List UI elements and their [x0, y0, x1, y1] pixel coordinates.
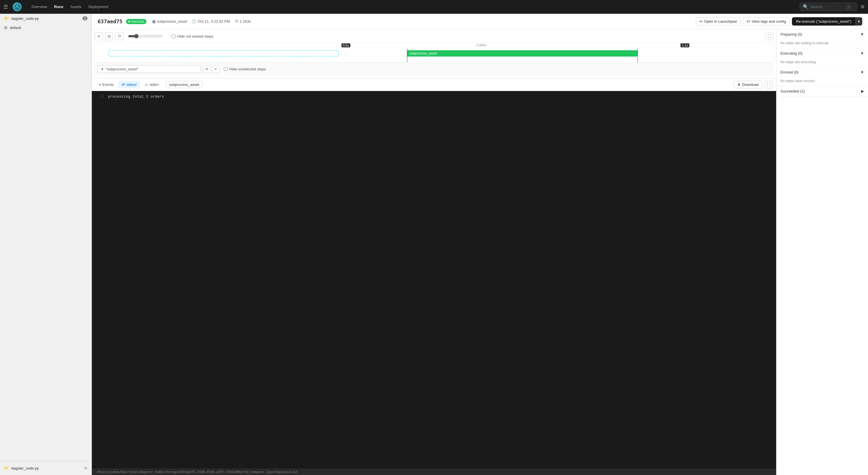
run-header-actions: ✏ Open in Launchpad 🏷 View tags and conf… — [696, 17, 862, 26]
sidebar-item-dagster-code[interactable]: 📁 dagster_code.py 1 — [0, 14, 92, 23]
step-panel: Preparing (0) ▼ No steps are waiting to … — [776, 29, 868, 475]
log-asset-badge[interactable]: subprocess_asset — [166, 81, 203, 88]
step-filter-input-box[interactable]: ✦ "subprocess_asset" — [98, 65, 201, 73]
menu-icon[interactable]: ☰ — [3, 4, 8, 10]
logo — [12, 2, 22, 11]
status-dot — [128, 21, 130, 22]
step-section-header-preparing[interactable]: Preparing (0) ▼ — [776, 29, 868, 39]
fullscreen-button[interactable]: ⛶ — [765, 32, 773, 40]
reexecute-dropdown-button[interactable]: ▾ — [856, 17, 862, 26]
filter-query-text: "subprocess_asset" — [105, 67, 138, 71]
search-shortcut: / — [846, 5, 851, 9]
run-timestamp: 🕐 Oct 11, 4:22:42 PM — [192, 19, 230, 24]
nav-assets[interactable]: Assets — [67, 3, 84, 11]
stderr-icon: ⚠ — [145, 82, 148, 87]
status-badge: Success — [126, 19, 146, 24]
refresh-icon[interactable]: ↻ — [84, 466, 88, 470]
grid-icon: ⊞ — [4, 25, 7, 30]
status-label: Success — [131, 20, 144, 24]
tab-events[interactable]: ≡ Events — [95, 81, 117, 88]
chevron-succeeded: ▶ — [861, 89, 864, 93]
nav-overview[interactable]: Overview — [29, 3, 50, 11]
time-label-05: 0.5s — [342, 43, 350, 48]
download-button[interactable]: ⬇ Download — [734, 81, 763, 88]
step-section-content-preparing: No steps are waiting to execute — [776, 39, 868, 48]
run-duration: ⏱ 1.163s — [235, 19, 251, 24]
nav-deployment[interactable]: Deployment — [86, 3, 111, 11]
stdout-icon: ✉ — [122, 82, 125, 87]
hide-unselected-checkbox[interactable] — [224, 67, 228, 71]
list-view-button[interactable]: ≡ — [95, 32, 103, 40]
timeline-container: ≡ ⊟ ⏱ Hide not started steps ⛶ — [92, 29, 776, 79]
nav-runs[interactable]: Runs — [51, 3, 66, 11]
filter-settings-button[interactable]: ⚙ — [203, 65, 211, 73]
view-tags-button[interactable]: 🏷 View tags and config — [743, 17, 790, 26]
log-fullscreen-button[interactable]: ⛶ — [765, 81, 773, 89]
sidebar-default-label: default — [10, 26, 88, 30]
main-layout: 📁 dagster_code.py 1 ⊞ default 📁 dagster_… — [0, 14, 868, 475]
hide-not-started-checkbox[interactable] — [172, 34, 175, 38]
step-section-content-executing: No steps are executing — [776, 58, 868, 67]
sidebar-bottom: 📁 dagster_code.py ↻ — [0, 461, 92, 475]
clock-icon: 🕐 — [192, 19, 196, 24]
search-input[interactable] — [810, 5, 845, 9]
log-area: ≡ Events ✉ stdout ⚠ stderr subprocess_as… — [92, 79, 776, 475]
tag-icon: 🏷 — [747, 19, 750, 24]
gantt-bar-subprocess[interactable]: subprocess_asset — [407, 50, 638, 57]
hide-unselected-label: Hide unselected steps — [224, 67, 266, 71]
tab-stderr[interactable]: ⚠ stderr — [141, 81, 162, 88]
svg-point-1 — [17, 5, 18, 7]
search-box[interactable]: 🔍 / — [800, 3, 857, 11]
step-section-content-errored: No steps have errored — [776, 77, 868, 86]
log-line-1: 1 processing total 2 orders — [96, 94, 772, 100]
sidebar-badge: 1 — [82, 17, 88, 20]
run-header: 637aed75 Success ▦ subprocess_asset 🕐 Oc… — [92, 14, 868, 29]
gantt-vline-start — [407, 49, 407, 62]
log-line-num-1: 1 — [96, 94, 103, 100]
chevron-preparing: ▼ — [860, 32, 864, 36]
run-id: 637aed75 — [98, 19, 123, 24]
run-asset: ▦ subprocess_asset — [152, 19, 187, 24]
sidebar-item-label: dagster_code.py — [11, 17, 80, 21]
log-content: 1 processing total 2 orders — [92, 91, 776, 469]
filter-sparkle-icon: ✦ — [101, 67, 104, 71]
gantt-view-button[interactable]: ⊟ — [105, 32, 113, 40]
sidebar-bottom-item[interactable]: 📁 dagster_code.py ↻ — [0, 464, 92, 473]
step-section-succeeded: Succeeded (1) ▶ — [776, 86, 868, 96]
log-tabs-right: ⬇ Download ⛶ — [734, 81, 773, 89]
timer-icon: ⏱ — [235, 19, 238, 24]
gantt-chart: 0.5s 0.606s 1.1s ⋮⋮ subprocess_asset — [95, 42, 773, 63]
timeline-zoom-slider[interactable] — [128, 34, 162, 38]
sidebar-item-default[interactable]: ⊞ default — [0, 23, 92, 32]
open-launchpad-button[interactable]: ✏ Open in Launchpad — [696, 17, 740, 26]
folder-bottom-icon: 📁 — [4, 466, 9, 470]
footer-path: /Users/yuhan/dev/local/dagster_home/stor… — [92, 469, 776, 475]
gear-icon[interactable]: ⚙ — [861, 4, 865, 9]
step-section-header-succeeded[interactable]: Succeeded (1) ▶ — [776, 86, 868, 96]
step-section-header-executing[interactable]: Executing (0) ▼ — [776, 48, 868, 58]
reexecute-button[interactable]: Re-execute ("subprocess_asset") — [792, 17, 856, 26]
run-meta: ▦ subprocess_asset 🕐 Oct 11, 4:22:42 PM … — [152, 19, 251, 24]
gantt-bar-preparation — [108, 50, 339, 57]
events-icon: ≡ — [99, 82, 101, 87]
gantt-vline-end — [638, 49, 638, 62]
timeline-toolbar: ≡ ⊟ ⏱ Hide not started steps ⛶ — [95, 32, 773, 40]
hide-not-started-label: Hide not started steps — [172, 34, 213, 38]
asset-icon: ▦ — [152, 19, 156, 24]
time-label-0606: 0.606s — [477, 43, 486, 47]
chevron-executing: ▼ — [860, 51, 864, 55]
svg-point-3 — [18, 7, 19, 8]
main-nav: Overview Runs Assets Deployment — [29, 3, 111, 11]
log-tabs: ≡ Events ✉ stdout ⚠ stderr subprocess_as… — [92, 79, 776, 91]
svg-point-2 — [16, 7, 17, 8]
step-section-header-errored[interactable]: Errored (0) ▼ — [776, 67, 868, 77]
timer-view-button[interactable]: ⏱ — [115, 32, 123, 40]
topnav-right: 🔍 / ⚙ — [800, 3, 865, 11]
tab-stdout[interactable]: ✉ stdout — [118, 81, 140, 88]
filter-clear-button[interactable]: ✕ — [212, 65, 219, 73]
step-section-errored: Errored (0) ▼ No steps have errored — [776, 67, 868, 86]
sidebar: 📁 dagster_code.py 1 ⊞ default 📁 dagster_… — [0, 14, 92, 475]
chevron-errored: ▼ — [860, 70, 864, 75]
step-filter: ✦ "subprocess_asset" ⚙ ✕ Hide unselected… — [95, 63, 773, 75]
folder-icon: 📁 — [4, 16, 9, 21]
